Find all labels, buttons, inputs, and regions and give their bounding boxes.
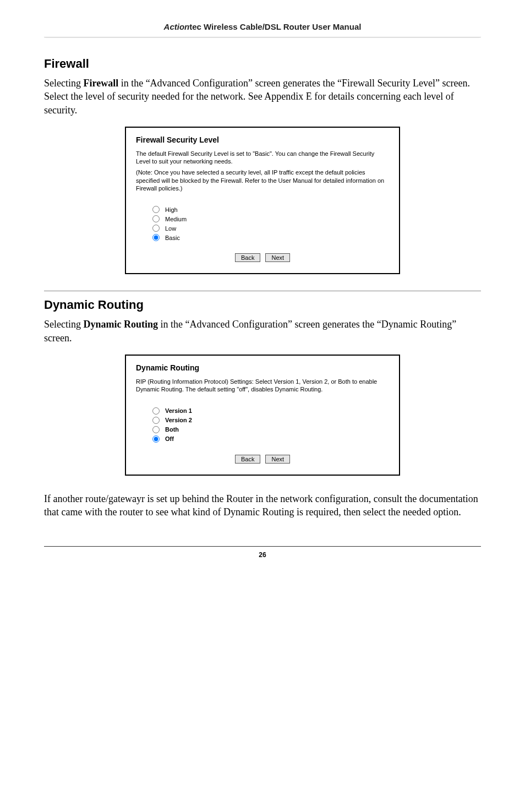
firewall-radio-list: High Medium Low Basic [152,206,389,241]
firewall-option-basic[interactable]: Basic [152,234,389,241]
dynamic-option-both[interactable]: Both [152,426,389,433]
dynamic-intro: Selecting Dynamic Routing in the “Advanc… [44,318,481,345]
radio-high[interactable] [152,206,160,213]
brand-italic: Action [164,22,190,31]
firewall-ss-para1: The default Firewall Security Level is s… [136,150,389,166]
firewall-intro-bold: Firewall [83,78,118,89]
radio-both[interactable] [152,426,160,433]
label-basic: Basic [165,235,180,241]
label-high: High [165,206,178,213]
firewall-intro: Selecting Firewall in the “Advanced Conf… [44,77,481,117]
dynamic-next-button[interactable]: Next [265,455,290,464]
radio-medium[interactable] [152,215,160,222]
page-number: 26 [44,546,481,559]
firewall-screenshot: Firewall Security Level The default Fire… [125,127,400,274]
label-off: Off [165,435,174,442]
radio-basic[interactable] [152,234,160,241]
label-v1: Version 1 [165,407,192,414]
brand-suffix: tec [189,22,201,31]
section-separator [44,291,481,291]
firewall-button-row: Back Next [136,253,389,262]
dynamic-intro-bold: Dynamic Routing [83,319,158,330]
firewall-intro-term: Firewall Security Level [342,78,435,89]
page-header: Actiontec Wireless Cable/DSL Router User… [44,22,481,37]
firewall-intro-pre: Selecting [44,78,83,89]
dynamic-ss-para1: RIP (Routing Information Protocol) Setti… [136,378,389,394]
dynamic-option-v2[interactable]: Version 2 [152,417,389,424]
label-v2: Version 2 [165,417,192,423]
firewall-intro-mid: in the “Advanced Configuration” screen g… [118,78,342,89]
dynamic-closing: If another route/gatewayr is set up behi… [44,492,481,519]
label-low: Low [165,225,176,232]
firewall-option-high[interactable]: High [152,206,389,213]
radio-v2[interactable] [152,417,160,424]
label-medium: Medium [165,216,187,222]
firewall-heading: Firewall [44,57,481,71]
radio-off[interactable] [152,435,160,443]
radio-low[interactable] [152,225,160,232]
header-title: Wireless Cable/DSL Router User Manual [201,22,362,31]
dynamic-option-v1[interactable]: Version 1 [152,407,389,415]
radio-v1[interactable] [152,407,160,415]
dynamic-option-off[interactable]: Off [152,435,389,443]
firewall-next-button[interactable]: Next [265,253,290,262]
dynamic-ss-title: Dynamic Routing [136,363,389,372]
firewall-ss-title: Firewall Security Level [136,135,389,144]
dynamic-intro-pre: Selecting [44,319,83,330]
dynamic-screenshot: Dynamic Routing RIP (Routing Information… [125,355,400,476]
dynamic-radio-list: Version 1 Version 2 Both Off [152,407,389,443]
firewall-ss-para2: (Note: Once you have selected a security… [136,168,389,192]
firewall-back-button[interactable]: Back [235,253,260,262]
label-both: Both [165,426,179,433]
dynamic-heading: Dynamic Routing [44,298,481,312]
dynamic-back-button[interactable]: Back [235,455,260,464]
firewall-option-low[interactable]: Low [152,225,389,232]
dynamic-button-row: Back Next [136,455,389,464]
firewall-option-medium[interactable]: Medium [152,215,389,222]
